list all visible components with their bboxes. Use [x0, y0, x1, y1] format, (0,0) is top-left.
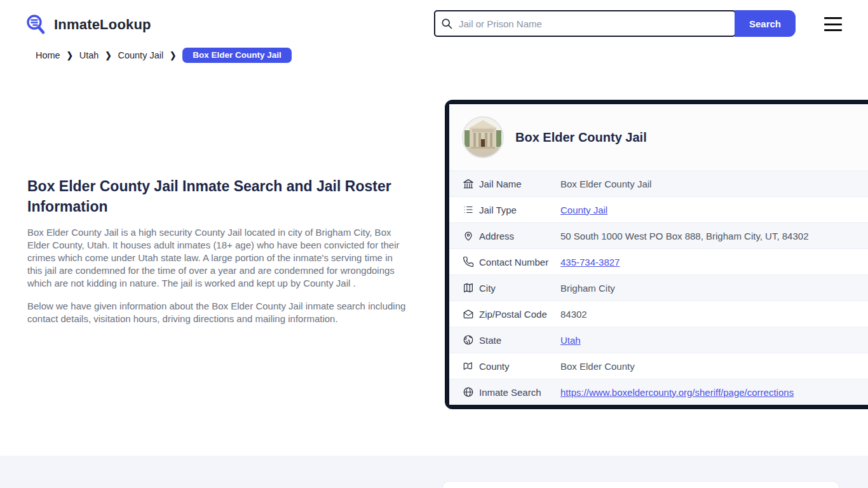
info-row-address: Address 50 South 1000 West PO Box 888, B…	[449, 222, 868, 248]
article-paragraph: Box Elder County Jail is a high security…	[27, 226, 406, 290]
breadcrumb-current-badge: Box Elder County Jail	[182, 48, 292, 63]
info-value: 84302	[560, 309, 587, 320]
brand-logo[interactable]: InmateLookup	[24, 13, 151, 37]
chevron-right-icon: ❯	[67, 50, 73, 60]
info-row-zip: Zip/Postal Code 84302	[449, 301, 868, 327]
info-row-city: City Brigham City	[449, 274, 868, 301]
info-label: Contact Number	[479, 257, 560, 268]
article-paragraph: Below we have given information about th…	[27, 300, 406, 325]
courthouse-photo	[462, 116, 504, 158]
info-row-contact-number: Contact Number 435-734-3827	[449, 248, 868, 274]
page-root: { "brand": { "name": "InmateLookup", "lo…	[0, 0, 868, 488]
info-label: Jail Name	[479, 179, 560, 189]
globe-web-icon	[462, 386, 475, 398]
jail-info-card: Box Elder County Jail Jail Name Box Elde…	[445, 100, 868, 409]
bank-icon	[462, 177, 475, 190]
info-label: Zip/Postal Code	[479, 309, 560, 320]
magnifier-document-icon	[24, 13, 48, 37]
info-value: 50 South 1000 West PO Box 888, Brigham C…	[560, 231, 809, 241]
chevron-right-icon: ❯	[170, 50, 176, 60]
breadcrumb-county-jail[interactable]: County Jail	[118, 50, 163, 60]
info-label: State	[479, 335, 560, 346]
info-label: Address	[479, 231, 560, 241]
info-label: Inmate Search	[479, 387, 560, 398]
flag-icon	[462, 360, 475, 372]
search-input[interactable]	[434, 10, 736, 37]
info-row-jail-type: Jail Type County Jail	[449, 196, 868, 222]
map-icon	[462, 281, 475, 294]
chevron-right-icon: ❯	[105, 50, 111, 60]
info-row-jail-name: Jail Name Box Elder County Jail	[449, 170, 868, 196]
next-card-top-edge	[442, 481, 839, 488]
hamburger-menu-icon[interactable]	[824, 17, 842, 31]
envelope-icon	[462, 308, 475, 320]
page-title: Box Elder County Jail Inmate Search and …	[27, 176, 409, 217]
info-row-inmate-search: Inmate Search https://www.boxeldercounty…	[449, 379, 868, 405]
info-value: Brigham City	[560, 283, 615, 294]
phone-icon	[462, 255, 475, 268]
brand-name: InmateLookup	[54, 17, 151, 33]
breadcrumb-home[interactable]: Home	[36, 50, 60, 60]
jail-card-header: Box Elder County Jail	[449, 104, 868, 170]
info-label: City	[479, 283, 560, 294]
info-label: County	[479, 361, 560, 372]
state-link[interactable]: Utah	[560, 335, 581, 346]
info-value: Box Elder County	[560, 361, 635, 372]
globe-americas-icon	[462, 334, 475, 346]
info-row-state: State Utah	[449, 327, 868, 353]
search-button[interactable]: Search	[735, 10, 796, 37]
header-search: Search	[434, 10, 796, 37]
inmate-search-link[interactable]: https://www.boxeldercounty.org/sheriff/p…	[560, 387, 794, 398]
breadcrumb: Home ❯ Utah ❯ County Jail ❯ Box Elder Co…	[36, 48, 292, 63]
info-label: Jail Type	[479, 205, 560, 215]
phone-link[interactable]: 435-734-3827	[560, 257, 620, 268]
jail-card-title: Box Elder County Jail	[515, 130, 647, 145]
info-value: Box Elder County Jail	[560, 179, 651, 189]
breadcrumb-utah[interactable]: Utah	[79, 50, 99, 60]
info-row-county: County Box Elder County	[449, 353, 868, 379]
jail-type-link[interactable]: County Jail	[560, 205, 607, 215]
map-pin-icon	[462, 229, 475, 242]
list-icon	[462, 203, 475, 216]
